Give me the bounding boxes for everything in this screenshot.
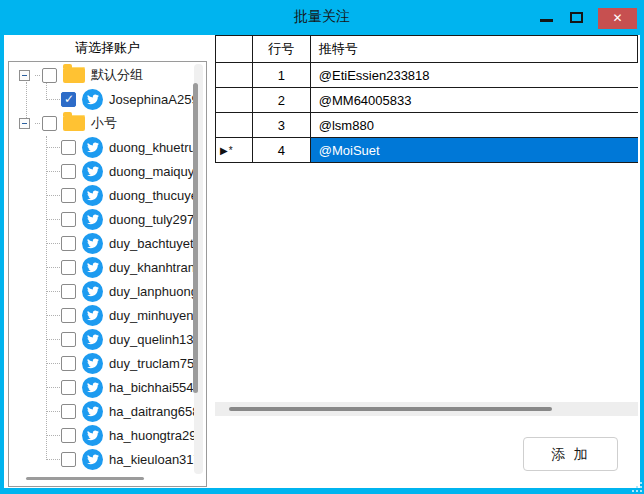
handle-cell[interactable]: @MM64005833 [311,88,638,113]
resize-grip[interactable] [630,480,642,492]
tree-checkbox[interactable] [61,380,76,395]
tree-checkbox[interactable] [61,356,76,371]
tree-checkbox[interactable] [61,284,76,299]
row-indicator-cell [216,88,253,113]
table-header-indicator [216,36,253,63]
close-button[interactable]: ✕ [598,8,637,29]
tree-account-item[interactable]: duong_tuly297 [9,207,194,231]
tree-checkbox[interactable] [61,188,76,203]
twitter-icon [82,281,103,302]
tree-account-item[interactable]: JosephinaA259 [9,87,194,111]
tree-item-label[interactable]: duong_tuly297 [109,212,194,227]
tree-item-label[interactable]: duong_maiquy [109,164,194,179]
tree-item-label[interactable]: duong_thucuye [109,188,194,203]
tree-item-label[interactable]: ha_huongtra29 [109,428,194,443]
table-row[interactable]: ▶*4@MoiSuet [216,138,638,163]
handle-cell[interactable]: @MoiSuet [311,138,638,163]
maximize-button[interactable] [566,6,588,28]
maximize-icon [570,12,583,23]
tree-account-item[interactable]: duy_lanphuong [9,279,194,303]
tree-connector-stub [35,75,40,76]
minimize-icon [540,19,553,22]
tree-item-label[interactable]: duy_quelinh133 [109,332,194,347]
tree-account-item[interactable]: duy_khanhtran [9,255,194,279]
twitter-icon [82,209,103,230]
folder-icon [63,115,85,131]
twitter-icon [82,185,103,206]
table-header-row-number: 行号 [253,36,311,63]
tree-checkbox[interactable] [61,308,76,323]
twitter-icon [82,257,103,278]
account-tree[interactable]: 默认分组JosephinaA259小号duong_khuetruduong_ma… [8,61,207,487]
tree-checkbox[interactable] [61,452,76,467]
tree-account-item[interactable]: duong_khuetru [9,135,194,159]
twitter-icon [82,377,103,398]
tree-account-item[interactable]: duy_bachtuyet8 [9,231,194,255]
tree-account-item[interactable]: duy_truclam759 [9,351,194,375]
add-button[interactable]: 添 加 [523,437,618,471]
tree-group-item[interactable]: 小号 [9,111,194,135]
tree-checkbox[interactable] [61,260,76,275]
tree-checkbox[interactable] [61,236,76,251]
tree-group-item[interactable]: 默认分组 [9,63,194,87]
tree-checkbox[interactable] [61,428,76,443]
tree-checkbox[interactable] [61,164,76,179]
tree-item-label[interactable]: duy_minhuyen5 [109,308,194,323]
twitter-icon [82,161,103,182]
tree-vertical-scrollbar-thumb[interactable] [193,83,198,393]
tree-checkbox[interactable] [42,116,57,131]
title-bar[interactable]: 批量关注 ✕ [0,0,644,35]
tree-checkbox[interactable] [61,404,76,419]
row-number-cell[interactable]: 1 [253,63,311,88]
tree-expander-icon[interactable] [19,118,30,129]
tree-account-item[interactable]: duy_quelinh133 [9,327,194,351]
tree-account-item[interactable]: duong_thucuye [9,183,194,207]
twitter-icon [82,89,103,110]
tree-horizontal-scrollbar[interactable] [26,477,144,480]
tree-account-item[interactable]: ha_kieuloan317 [9,447,194,471]
tree-account-item[interactable]: ha_huongtra29 [9,423,194,447]
tree-item-label[interactable]: duy_lanphuong [109,284,194,299]
tree-item-label[interactable]: duong_khuetru [109,140,194,155]
handles-table[interactable]: 行号 推特号 1@EtiEssien2338182@MM640058333@ls… [215,35,638,163]
table-row[interactable]: 3@lsm880 [216,113,638,138]
table-row[interactable]: 2@MM64005833 [216,88,638,113]
tree-item-label[interactable]: duy_truclam759 [109,356,194,371]
twitter-icon [82,233,103,254]
twitter-icon [82,137,103,158]
twitter-icon [82,305,103,326]
tree-item-label[interactable]: duy_bachtuyet8 [109,236,194,251]
tree-checkbox[interactable] [61,212,76,227]
tree-checkbox[interactable] [61,140,76,155]
table-header-handle: 推特号 [311,36,638,63]
tree-item-label[interactable]: ha_daitrang658 [109,404,194,419]
tree-account-item[interactable]: ha_bichhai5543 [9,375,194,399]
twitter-icon [82,449,103,470]
table-horizontal-scrollbar[interactable] [215,402,638,416]
row-number-cell[interactable]: 4 [253,138,311,163]
row-number-cell[interactable]: 3 [253,113,311,138]
tree-item-label[interactable]: ha_bichhai5543 [109,380,194,395]
tree-item-label[interactable]: 小号 [91,114,117,132]
tree-account-item[interactable]: duong_maiquy [9,159,194,183]
tree-checkbox[interactable] [61,332,76,347]
table-horizontal-scrollbar-thumb[interactable] [229,407,552,411]
tree-account-item[interactable]: duy_minhuyen5 [9,303,194,327]
tree-vertical-scrollbar[interactable] [194,64,203,474]
row-number-cell[interactable]: 2 [253,88,311,113]
handle-cell[interactable]: @lsm880 [311,113,638,138]
tree-checkbox[interactable] [61,92,76,107]
client-area: 请选择账户 默认分组JosephinaA259小号duong_khuetrudu… [4,35,640,488]
tree-item-label[interactable]: 默认分组 [91,66,143,84]
table-row[interactable]: 1@EtiEssien233818 [216,63,638,88]
folder-icon [63,67,85,83]
tree-account-item[interactable]: ha_daitrang658 [9,399,194,423]
tree-checkbox[interactable] [42,68,57,83]
tree-item-label[interactable]: ha_kieuloan317 [109,452,194,467]
row-indicator-cell [216,113,253,138]
minimize-button[interactable] [536,6,558,28]
handle-cell[interactable]: @EtiEssien233818 [311,63,638,88]
tree-item-label[interactable]: JosephinaA259 [109,92,194,107]
tree-expander-icon[interactable] [19,70,30,81]
tree-item-label[interactable]: duy_khanhtran [109,260,194,275]
